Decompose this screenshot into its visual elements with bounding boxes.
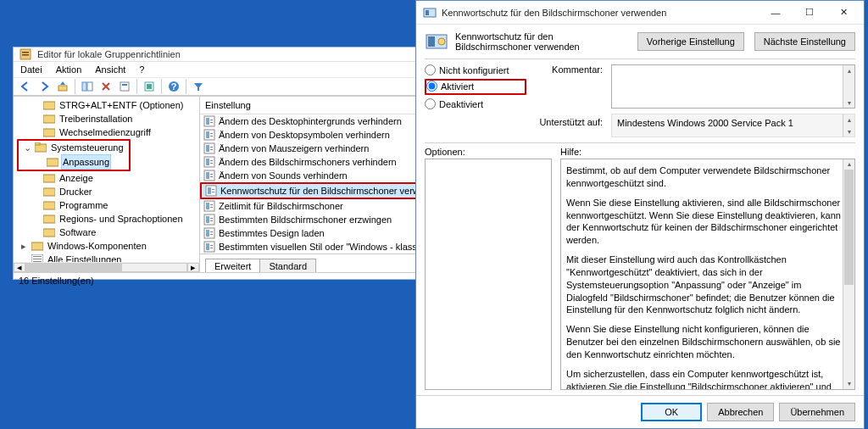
menu-aktion[interactable]: Aktion — [49, 62, 89, 77]
forward-icon[interactable] — [36, 78, 53, 95]
gpedit-tree-pane[interactable]: STRG+ALT+ENTF (Optionen) Treiberinstalla… — [14, 97, 200, 272]
close-button[interactable]: ✕ — [826, 3, 860, 22]
policy-item[interactable]: Bestimmtes Design laden — [200, 226, 419, 240]
policy-item[interactable]: Zeitlimit für Bildschirmschoner — [200, 199, 419, 213]
policy-titlebar[interactable]: Kennwortschutz für den Bildschirmschoner… — [416, 1, 864, 25]
scroll-up-icon[interactable]: ▴ — [843, 114, 854, 125]
svg-point-72 — [438, 38, 445, 45]
properties-icon[interactable] — [116, 78, 133, 95]
menu-ansicht[interactable]: Ansicht — [88, 62, 132, 77]
scroll-thumb[interactable] — [844, 170, 854, 285]
svg-rect-7 — [122, 84, 127, 86]
chevron-right-icon[interactable]: ▸ — [19, 239, 29, 253]
show-hide-tree-icon[interactable] — [79, 78, 96, 95]
menu-datei[interactable]: Datei — [14, 62, 49, 77]
scroll-up-icon[interactable]: ▴ — [843, 159, 854, 170]
supported-on-text: Mindestens Windows 2000 Service Pack 1 — [617, 118, 793, 128]
scroll-up-icon[interactable]: ▴ — [843, 65, 854, 75]
tab-standard[interactable]: Standard — [259, 259, 316, 272]
folder-open-icon — [35, 142, 47, 153]
tree-item[interactable]: Anzeige — [29, 171, 199, 185]
tree-item[interactable]: Drucker — [29, 185, 199, 198]
svg-rect-3 — [58, 86, 67, 91]
supported-scrollbar[interactable]: ▴▾ — [843, 114, 854, 136]
policy-app-icon — [423, 6, 437, 20]
policy-item[interactable]: Ändern des Desktophintergrunds verhinder… — [200, 114, 419, 128]
tree-item-systemsteuerung[interactable]: ⌄Systemsteuerung — [20, 141, 127, 154]
refresh-icon[interactable] — [141, 78, 158, 95]
svg-rect-39 — [210, 149, 213, 150]
svg-rect-43 — [210, 163, 213, 164]
apply-button[interactable]: Übernehmen — [779, 403, 855, 421]
policy-item[interactable]: Ändern von Sounds verhindern — [200, 169, 419, 182]
up-icon[interactable] — [54, 78, 71, 95]
filter-icon[interactable] — [190, 78, 207, 95]
help-paragraph: Um sicherzustellen, dass ein Computer ke… — [566, 368, 841, 390]
comment-textarea[interactable]: ▴▾ — [611, 64, 855, 109]
cancel-button[interactable]: Abbrechen — [707, 403, 774, 421]
prev-setting-button[interactable]: Vorherige Einstellung — [637, 32, 744, 51]
svg-rect-45 — [206, 172, 209, 179]
radio-disabled[interactable]: Deaktiviert — [425, 98, 526, 109]
policy-item[interactable]: Ändern des Bildschirmschoners verhindern — [200, 155, 419, 169]
scroll-down-icon[interactable]: ▾ — [843, 126, 854, 136]
gpedit-tree: STRG+ALT+ENTF (Optionen) Treiberinstalla… — [14, 98, 199, 266]
column-header-einstellung[interactable]: Einstellung — [200, 97, 419, 114]
tree-item-windows-komponenten[interactable]: ▸Windows-Komponenten — [17, 239, 199, 253]
tree-item[interactable]: Programme — [29, 198, 199, 212]
policy-list[interactable]: Ändern des Desktophintergrunds verhinder… — [200, 114, 419, 254]
policy-item-label: Zeitlimit für Bildschirmschoner — [219, 201, 343, 211]
menu-help[interactable]: ? — [132, 62, 151, 77]
help-textbox[interactable]: Bestimmt, ob auf dem Computer verwendete… — [560, 159, 855, 390]
tree-scrollbar-horizontal[interactable]: ◂ ▸ — [14, 262, 199, 272]
folder-icon — [43, 113, 55, 125]
help-scrollbar[interactable]: ▴ ▾ — [843, 159, 854, 389]
comment-scrollbar[interactable]: ▴▾ — [843, 65, 854, 108]
scroll-track[interactable] — [25, 263, 187, 272]
toolbar-separator — [136, 79, 137, 94]
policy-item-label: Bestimmten visuellen Stil oder "Windows … — [219, 242, 419, 252]
folder-icon — [43, 172, 55, 184]
scroll-down-icon[interactable]: ▾ — [843, 379, 854, 389]
options-box[interactable] — [425, 159, 552, 390]
policy-item[interactable]: Bestimmten Bildschirmschoner erzwingen — [200, 213, 419, 226]
policy-item[interactable]: Ändern von Desktopsymbolen verhindern — [200, 128, 419, 142]
svg-rect-19 — [43, 188, 55, 196]
scroll-down-icon[interactable]: ▾ — [843, 98, 854, 108]
policy-item[interactable]: Ändern von Mauszeigern verhindern — [200, 142, 419, 155]
tree-item[interactable]: Treiberinstallation — [29, 112, 199, 125]
tab-erweitert[interactable]: Erweitert — [205, 259, 260, 272]
next-setting-button[interactable]: Nächste Einstellung — [754, 32, 855, 51]
help-icon[interactable]: ? — [165, 78, 182, 95]
policy-item[interactable]: Kennwortschutz für den Bildschirmschoner… — [200, 182, 419, 199]
policy-item-label: Ändern des Desktophintergrunds verhinder… — [219, 116, 402, 126]
svg-rect-6 — [120, 82, 129, 91]
scroll-left-icon[interactable]: ◂ — [14, 263, 25, 272]
policy-item-label: Ändern von Desktopsymbolen verhindern — [219, 130, 390, 140]
svg-rect-49 — [208, 187, 211, 194]
delete-icon[interactable] — [97, 78, 114, 95]
back-icon[interactable] — [17, 78, 34, 95]
gpedit-statusbar: 16 Einstellung(en) — [14, 272, 419, 288]
gpedit-titlebar[interactable]: Editor für lokale Gruppenrichtlinien — [14, 47, 419, 62]
gpedit-app-icon — [19, 47, 32, 61]
minimize-button[interactable]: — — [759, 3, 793, 22]
policy-item[interactable]: Bestimmten visuellen Stil oder "Windows … — [200, 240, 419, 254]
chevron-down-icon[interactable]: ⌄ — [22, 141, 32, 154]
policy-item-icon — [203, 241, 215, 253]
help-label: Hilfe: — [560, 147, 855, 159]
tree-item[interactable]: STRG+ALT+ENTF (Optionen) — [29, 98, 199, 112]
radio-not-configured[interactable]: Nicht konfiguriert — [425, 64, 526, 75]
policy-item-label: Ändern des Bildschirmschoners verhindern — [219, 157, 397, 167]
tree-item[interactable]: Regions- und Sprachoptionen — [29, 212, 199, 226]
svg-rect-62 — [210, 231, 213, 232]
svg-rect-35 — [210, 136, 213, 136]
tree-item-anpassung[interactable]: Anpassung — [32, 154, 127, 170]
ok-button[interactable]: OK — [641, 403, 702, 421]
tree-item[interactable]: Wechselmedienzugriff — [29, 125, 199, 139]
scroll-thumb[interactable] — [26, 264, 122, 271]
scroll-right-icon[interactable]: ▸ — [187, 263, 199, 272]
tree-item[interactable]: Software — [29, 226, 199, 239]
maximize-button[interactable]: ☐ — [793, 3, 826, 22]
radio-enabled[interactable]: Aktiviert — [426, 81, 477, 92]
